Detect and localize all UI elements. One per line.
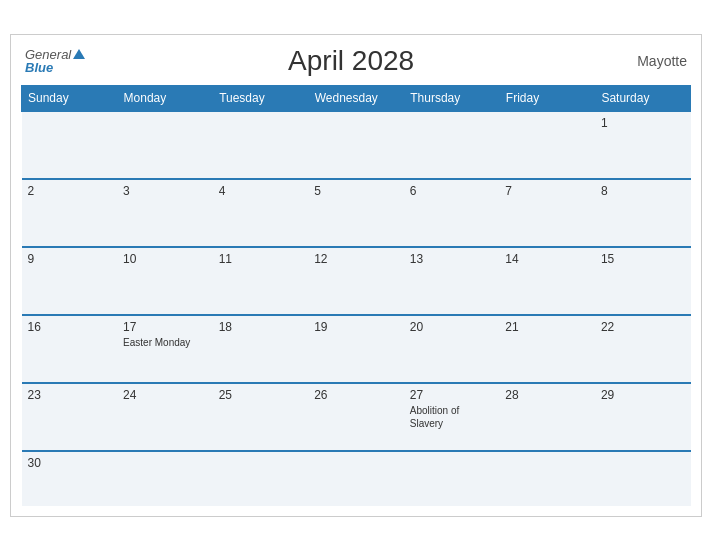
day-cell bbox=[22, 111, 118, 179]
day-cell: 1 bbox=[595, 111, 691, 179]
day-number: 4 bbox=[219, 184, 303, 198]
day-cell: 9 bbox=[22, 247, 118, 315]
day-cell: 17Easter Monday bbox=[117, 315, 213, 383]
day-cell: 10 bbox=[117, 247, 213, 315]
logo-triangle-icon bbox=[73, 49, 85, 59]
header-sunday: Sunday bbox=[22, 85, 118, 111]
day-cell bbox=[404, 451, 500, 506]
day-number: 6 bbox=[410, 184, 494, 198]
day-cell: 13 bbox=[404, 247, 500, 315]
day-cell: 19 bbox=[308, 315, 404, 383]
header-thursday: Thursday bbox=[404, 85, 500, 111]
day-cell bbox=[213, 111, 309, 179]
header-friday: Friday bbox=[499, 85, 595, 111]
day-cell: 2 bbox=[22, 179, 118, 247]
calendar-region: Mayotte bbox=[617, 53, 687, 69]
day-cell: 6 bbox=[404, 179, 500, 247]
day-number: 24 bbox=[123, 388, 207, 402]
day-cell: 5 bbox=[308, 179, 404, 247]
day-cell: 26 bbox=[308, 383, 404, 451]
day-cell bbox=[117, 111, 213, 179]
day-number: 8 bbox=[601, 184, 685, 198]
week-row-4: 2324252627Abolition of Slavery2829 bbox=[22, 383, 691, 451]
logo-blue-text: Blue bbox=[25, 61, 85, 74]
day-cell bbox=[213, 451, 309, 506]
calendar-header: General Blue April 2028 Mayotte bbox=[21, 45, 691, 77]
day-cell: 29 bbox=[595, 383, 691, 451]
week-row-3: 1617Easter Monday1819202122 bbox=[22, 315, 691, 383]
day-cell bbox=[499, 111, 595, 179]
calendar-title: April 2028 bbox=[85, 45, 617, 77]
day-number: 30 bbox=[28, 456, 112, 470]
day-number: 20 bbox=[410, 320, 494, 334]
day-number: 19 bbox=[314, 320, 398, 334]
day-number: 29 bbox=[601, 388, 685, 402]
day-number: 28 bbox=[505, 388, 589, 402]
day-cell: 11 bbox=[213, 247, 309, 315]
day-number: 2 bbox=[28, 184, 112, 198]
day-number: 23 bbox=[28, 388, 112, 402]
day-cell: 25 bbox=[213, 383, 309, 451]
day-event: Easter Monday bbox=[123, 336, 207, 349]
day-cell: 20 bbox=[404, 315, 500, 383]
logo: General Blue bbox=[25, 48, 85, 74]
day-cell: 16 bbox=[22, 315, 118, 383]
day-cell: 21 bbox=[499, 315, 595, 383]
day-number: 22 bbox=[601, 320, 685, 334]
day-cell bbox=[595, 451, 691, 506]
day-number: 1 bbox=[601, 116, 685, 130]
week-row-0: 1 bbox=[22, 111, 691, 179]
day-cell: 14 bbox=[499, 247, 595, 315]
day-cell: 3 bbox=[117, 179, 213, 247]
week-row-2: 9101112131415 bbox=[22, 247, 691, 315]
weekday-header-row: Sunday Monday Tuesday Wednesday Thursday… bbox=[22, 85, 691, 111]
day-number: 26 bbox=[314, 388, 398, 402]
day-cell: 24 bbox=[117, 383, 213, 451]
day-cell bbox=[308, 111, 404, 179]
day-event: Abolition of Slavery bbox=[410, 404, 494, 430]
day-number: 17 bbox=[123, 320, 207, 334]
day-number: 21 bbox=[505, 320, 589, 334]
day-cell bbox=[308, 451, 404, 506]
day-number: 25 bbox=[219, 388, 303, 402]
day-cell: 4 bbox=[213, 179, 309, 247]
day-cell: 23 bbox=[22, 383, 118, 451]
calendar: General Blue April 2028 Mayotte Sunday M… bbox=[10, 34, 702, 517]
day-number: 14 bbox=[505, 252, 589, 266]
header-saturday: Saturday bbox=[595, 85, 691, 111]
day-number: 13 bbox=[410, 252, 494, 266]
day-cell: 8 bbox=[595, 179, 691, 247]
day-number: 9 bbox=[28, 252, 112, 266]
day-number: 15 bbox=[601, 252, 685, 266]
day-number: 16 bbox=[28, 320, 112, 334]
day-cell: 28 bbox=[499, 383, 595, 451]
day-number: 11 bbox=[219, 252, 303, 266]
day-number: 27 bbox=[410, 388, 494, 402]
day-cell: 18 bbox=[213, 315, 309, 383]
day-number: 3 bbox=[123, 184, 207, 198]
day-cell: 12 bbox=[308, 247, 404, 315]
day-cell bbox=[499, 451, 595, 506]
day-cell: 22 bbox=[595, 315, 691, 383]
day-number: 12 bbox=[314, 252, 398, 266]
day-cell: 30 bbox=[22, 451, 118, 506]
header-tuesday: Tuesday bbox=[213, 85, 309, 111]
day-cell: 7 bbox=[499, 179, 595, 247]
day-cell: 15 bbox=[595, 247, 691, 315]
day-number: 18 bbox=[219, 320, 303, 334]
day-number: 10 bbox=[123, 252, 207, 266]
header-wednesday: Wednesday bbox=[308, 85, 404, 111]
day-cell bbox=[404, 111, 500, 179]
week-row-1: 2345678 bbox=[22, 179, 691, 247]
calendar-grid: Sunday Monday Tuesday Wednesday Thursday… bbox=[21, 85, 691, 506]
day-cell bbox=[117, 451, 213, 506]
header-monday: Monday bbox=[117, 85, 213, 111]
day-cell: 27Abolition of Slavery bbox=[404, 383, 500, 451]
logo-general-text: General bbox=[25, 48, 71, 61]
day-number: 7 bbox=[505, 184, 589, 198]
week-row-5: 30 bbox=[22, 451, 691, 506]
day-number: 5 bbox=[314, 184, 398, 198]
